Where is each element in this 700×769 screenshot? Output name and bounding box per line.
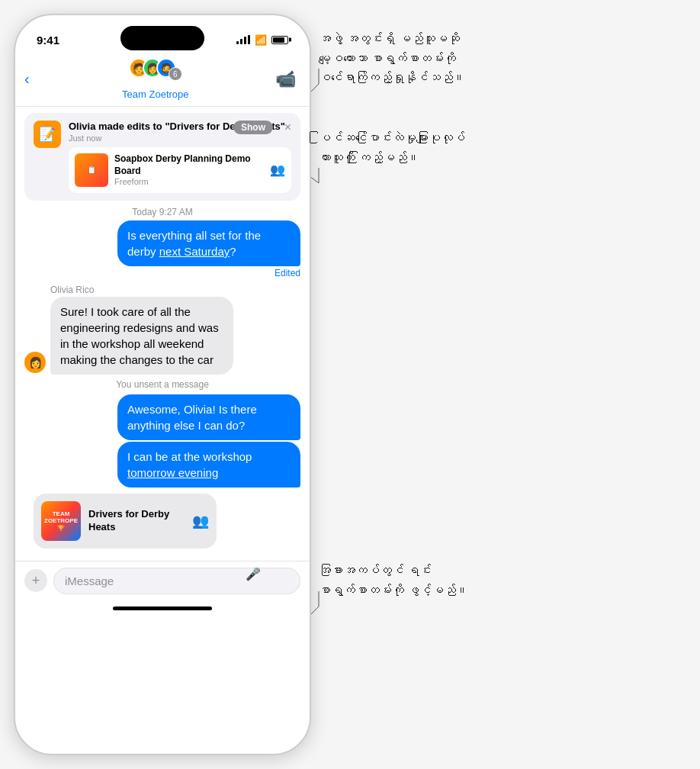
annot1-line3: ဝင်ရောက်ကြည့်ရှုနိုင်သည်။ [319, 68, 465, 88]
svg-line-3 [311, 172, 319, 183]
svg-line-5 [311, 607, 319, 622]
next-saturday-link[interactable]: next Saturday [159, 245, 230, 258]
timestamp-1: Today 9:27 AM [15, 207, 310, 217]
notif-show-button[interactable]: Show [233, 121, 273, 134]
annot2-line2: ထားသူကို ကြည့်မည်။ [319, 148, 465, 168]
group-avatars: 🧑 👩 🧔 6 [129, 58, 182, 87]
header-center: 🧑 👩 🧔 6 Team Zoetrope [36, 58, 275, 100]
notif-card-info: Soapbox Derby Planning Demo Board Freefo… [114, 153, 264, 186]
notif-time: Just now [69, 134, 291, 143]
annotation-lines [311, 0, 700, 769]
phone-frame: 9:41 📶 ‹ 🧑 👩 🧔 [14, 14, 311, 755]
annotation-3: အခြားအကပ်တွင် ရင်း စာရွက်စာတမ်းကို ဖွင့်… [319, 561, 468, 600]
mic-button[interactable]: 🎤 [246, 567, 261, 581]
sent-message-1-row: Is everything all set for the derby next… [24, 220, 300, 266]
dynamic-island [120, 26, 204, 50]
add-button[interactable]: + [24, 569, 47, 592]
card-title: Drivers for Derby Heats [88, 508, 185, 534]
message-input[interactable]: iMessage [53, 568, 300, 594]
notif-card-thumb: 📋 [75, 153, 108, 187]
card-share-icon: 👥 [192, 513, 209, 529]
sender-name: Olivia Rico [50, 285, 300, 295]
home-indicator [113, 607, 212, 610]
system-message: You unsent a message [15, 379, 310, 390]
notif-avatar: 📝 [34, 121, 61, 148]
avatar-count: 6 [169, 67, 182, 81]
annot3-line1: အခြားအကပ်တွင် ရင်း [319, 561, 468, 581]
shared-card-row: TEAMZOETROPE🏆 Drivers for Derby Heats 👥 [24, 492, 300, 550]
messages-area: 📝 Olivia made edits to "Drivers for Derb… [15, 107, 310, 561]
notification-banner: 📝 Olivia made edits to "Drivers for Derb… [24, 113, 300, 201]
sent-message-3-row: I can be at the workshop tomorrow evenin… [24, 442, 300, 487]
notif-card-source: Freeform [114, 177, 264, 186]
notif-card-title: Soapbox Derby Planning Demo Board [114, 153, 264, 177]
annotation-1: အဖွဲ့ အတွင်းရှိ မည်သူမဆို မျ့ဝေထားသော စာ… [319, 29, 465, 88]
notif-card[interactable]: 📋 Soapbox Derby Planning Demo Board Free… [69, 147, 291, 193]
video-call-button[interactable]: 📹 [275, 69, 296, 89]
battery-icon [271, 36, 288, 44]
signal-icon [236, 35, 250, 44]
back-button[interactable]: ‹ [24, 67, 36, 91]
annot2-line1: ပြင်ဆင်ပြောင်းလဲမှုများပြုလုပ် [319, 128, 465, 148]
wifi-icon: 📶 [255, 34, 267, 46]
status-icons: 📶 [236, 34, 288, 46]
annotation-2: ပြင်ဆင်ပြောင်းလဲမှုများပြုလုပ် ထားသူကို … [319, 128, 465, 167]
annot1-line1: အဖွဲ့ အတွင်းရှိ မည်သူမဆို [319, 29, 465, 49]
tomorrow-evening-link[interactable]: tomorrow evening [127, 466, 218, 479]
status-time: 9:41 [37, 34, 59, 47]
sent-message-2-row: Awesome, Olivia! Is there anything else … [24, 394, 300, 440]
chat-header: ‹ 🧑 👩 🧔 6 Team Zoetrope 📹 [15, 53, 310, 107]
annot1-line2: မျ့ဝေထားသော စာရွက်စာတမ်းကို [319, 49, 465, 69]
edited-label: Edited [15, 268, 300, 278]
svg-line-1 [311, 84, 319, 99]
card-info: Drivers for Derby Heats [88, 508, 185, 534]
notif-card-share-icon: 👥 [270, 162, 285, 177]
sent-message-3: I can be at the workshop tomorrow evenin… [117, 442, 300, 487]
annot3-line2: စာရွက်စာတမ်းကို ဖွင့်မည်။ [319, 581, 468, 600]
received-message-1: Sure! I took care of all the engineering… [50, 297, 233, 375]
card-thumbnail: TEAMZOETROPE🏆 [41, 501, 81, 541]
input-bar: + iMessage 🎤 [15, 561, 310, 600]
sent-message-1: Is everything all set for the derby next… [117, 220, 300, 266]
received-message-1-row: 👩 Sure! I took care of all the engineeri… [24, 297, 300, 375]
shared-card[interactable]: TEAMZOETROPE🏆 Drivers for Derby Heats 👥 [34, 494, 217, 549]
notif-close-button[interactable]: × [284, 121, 291, 134]
sent-message-2: Awesome, Olivia! Is there anything else … [117, 394, 300, 440]
annotation-area: အဖွဲ့ အတွင်းရှိ မည်သူမဆို မျ့ဝေထားသော စာ… [311, 0, 700, 769]
group-name[interactable]: Team Zoetrope [122, 88, 188, 100]
olivia-avatar: 👩 [24, 352, 46, 373]
